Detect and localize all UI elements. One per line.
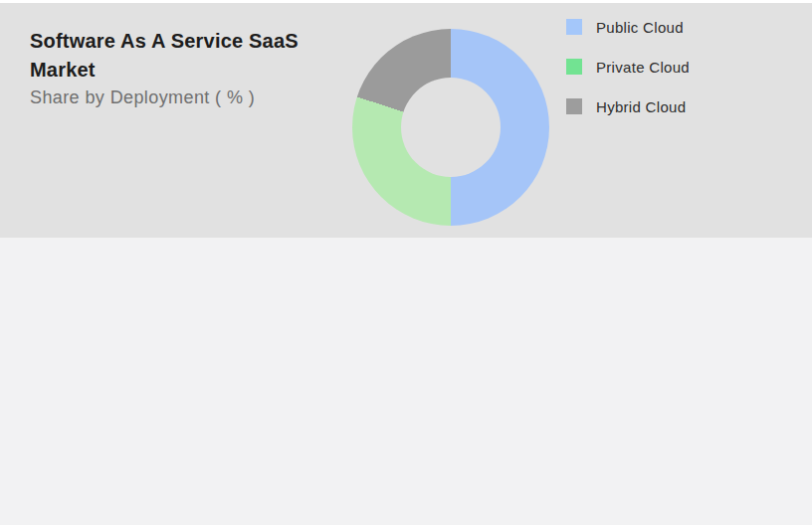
legend-swatch xyxy=(566,59,582,75)
legend: Public CloudPrivate CloudHybrid Cloud xyxy=(566,19,690,138)
page-subtitle: Share by Deployment ( % ) xyxy=(30,88,255,108)
legend-item-hybrid-cloud: Hybrid Cloud xyxy=(566,98,690,114)
legend-swatch xyxy=(566,98,582,114)
top-panel: Software As A Service SaaS Market Share … xyxy=(0,3,812,238)
legend-item-private-cloud: Private Cloud xyxy=(566,59,690,75)
legend-swatch xyxy=(566,19,582,35)
legend-label: Private Cloud xyxy=(596,59,690,76)
infographic: Software As A Service SaaS Market Share … xyxy=(0,0,812,525)
legend-label: Public Cloud xyxy=(596,19,684,36)
page-title: Software As A Service SaaS Market xyxy=(30,27,340,85)
bottom-panel: 2019202020212022202320242025202620272028… xyxy=(0,238,812,525)
legend-item-public-cloud: Public Cloud xyxy=(566,19,690,35)
legend-label: Hybrid Cloud xyxy=(596,98,686,115)
donut-chart xyxy=(352,29,549,226)
donut-hole xyxy=(401,78,501,177)
